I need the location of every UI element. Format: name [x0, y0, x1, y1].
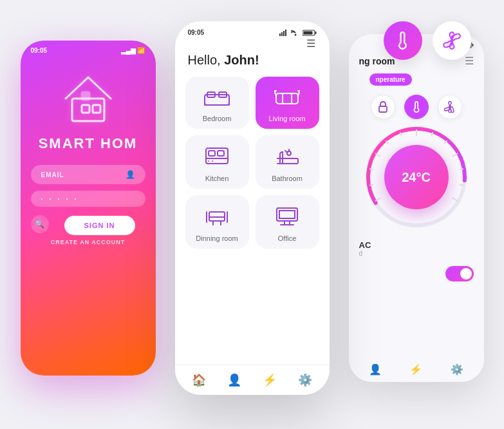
- temp-dial-container: 24°C: [349, 126, 484, 229]
- living-room-label: Living room: [269, 115, 306, 122]
- left-status-bar: 09:05 ▂▄▆ 📶: [21, 41, 156, 57]
- right-lightning-nav[interactable]: ⚡: [409, 363, 422, 376]
- greeting: Hello, John!: [175, 53, 330, 77]
- dinning-room-icon: [203, 205, 231, 229]
- menu-icon[interactable]: ☰: [175, 39, 330, 53]
- ac-label: AC: [359, 240, 474, 250]
- svg-line-50: [375, 198, 380, 201]
- svg-rect-44: [472, 44, 473, 46]
- svg-line-59: [452, 153, 458, 157]
- bedroom-label: Bedroom: [203, 115, 232, 122]
- svg-rect-23: [218, 151, 224, 156]
- fan-float-icon[interactable]: [433, 21, 471, 60]
- svg-point-9: [294, 33, 296, 35]
- room-card-living-room[interactable]: Living room: [256, 77, 319, 129]
- right-bottom-nav: 👤 ⚡ ⚙️: [349, 357, 484, 382]
- living-room-icon: [274, 87, 301, 110]
- phone-right: ng room ☰ nperature: [349, 34, 484, 382]
- svg-rect-12: [303, 31, 312, 34]
- password-dots: • • • • •: [41, 196, 79, 202]
- phone-center: 09:05 ☰ Hello, John!: [175, 21, 330, 395]
- left-signal: ▂▄▆ 📶: [121, 47, 145, 54]
- home-nav-icon[interactable]: 🏠: [192, 373, 206, 387]
- toggle-row: [349, 263, 484, 284]
- svg-rect-7: [283, 31, 285, 36]
- create-account-link[interactable]: CREATE AN ACCOUNT: [21, 239, 156, 245]
- search-icon[interactable]: 🔍: [31, 215, 49, 233]
- left-time: 09:05: [31, 47, 48, 54]
- bedroom-icon: [203, 87, 230, 110]
- temp-badge-container: nperature: [349, 71, 484, 88]
- svg-point-0: [450, 39, 453, 43]
- password-field[interactable]: • • • • •: [31, 191, 145, 207]
- bathroom-label: Bathroom: [272, 175, 303, 182]
- user-icon: 👤: [126, 170, 135, 179]
- kitchen-label: Kitchen: [205, 175, 229, 182]
- right-settings-nav[interactable]: ⚙️: [451, 363, 463, 376]
- center-time: 09:05: [188, 29, 205, 36]
- email-field[interactable]: EMAIL 👤: [31, 165, 145, 184]
- svg-rect-46: [379, 106, 387, 112]
- left-brand: SMART HOM: [21, 135, 156, 152]
- profile-nav-icon[interactable]: 👤: [227, 373, 241, 387]
- svg-rect-2: [82, 105, 89, 113]
- greeting-pre: Hello,: [188, 53, 225, 67]
- right-profile-nav[interactable]: 👤: [369, 363, 382, 376]
- svg-line-51: [369, 185, 373, 186]
- search-row: 🔍 SIGN IN: [21, 213, 156, 235]
- svg-rect-13: [205, 95, 229, 105]
- temp-badge: nperature: [369, 73, 412, 86]
- room-card-dinning-room[interactable]: Dinning room: [185, 195, 249, 249]
- svg-rect-6: [281, 32, 283, 36]
- center-status-bar: 09:05: [175, 21, 330, 39]
- floating-icons: [384, 21, 471, 60]
- center-signal: [279, 30, 317, 36]
- svg-line-53: [375, 153, 380, 157]
- svg-line-62: [452, 198, 458, 201]
- control-icons-row: [349, 95, 484, 119]
- ac-toggle[interactable]: [445, 266, 474, 281]
- temp-value: 24°C: [384, 145, 449, 209]
- office-icon: [274, 205, 300, 229]
- svg-rect-3: [93, 105, 100, 113]
- scene: 09:05 ▂▄▆ 📶 SMART HOM EMAIL 👤 • • • • •: [21, 15, 484, 414]
- ac-section: AC d: [349, 234, 484, 263]
- phone-left: 09:05 ▂▄▆ 📶 SMART HOM EMAIL 👤 • • • • •: [21, 41, 156, 376]
- left-login-area: EMAIL 👤 • • • • •: [21, 152, 156, 207]
- svg-rect-35: [279, 211, 295, 218]
- ac-sub: d: [359, 250, 474, 257]
- settings-nav-icon[interactable]: ⚙️: [298, 373, 312, 387]
- svg-rect-18: [276, 93, 298, 104]
- lightning-nav-icon[interactable]: ⚡: [263, 373, 277, 387]
- svg-line-52: [369, 169, 373, 169]
- temp-dial[interactable]: 24°C: [365, 126, 468, 229]
- office-label: Office: [278, 234, 297, 242]
- svg-line-60: [459, 169, 463, 169]
- greeting-name: John!: [224, 53, 259, 67]
- rooms-grid: Bedroom Living room: [175, 77, 330, 249]
- bathroom-icon: [275, 146, 299, 169]
- room-card-bedroom[interactable]: Bedroom: [185, 77, 249, 129]
- thermometer-float-icon[interactable]: [384, 21, 422, 60]
- dinning-room-label: Dinning room: [196, 234, 238, 242]
- svg-rect-22: [209, 151, 215, 156]
- center-bottom-nav: 🏠 👤 ⚡ ⚙️: [175, 365, 330, 395]
- svg-line-61: [459, 185, 463, 186]
- sign-in-button[interactable]: SIGN IN: [64, 216, 135, 235]
- room-card-office[interactable]: Office: [256, 195, 319, 249]
- svg-point-47: [449, 106, 451, 108]
- thermo-ctrl[interactable]: [404, 95, 429, 119]
- room-card-bathroom[interactable]: Bathroom: [256, 135, 319, 189]
- lock-ctrl[interactable]: [371, 95, 395, 119]
- svg-rect-11: [315, 32, 316, 34]
- email-label: EMAIL: [41, 171, 64, 178]
- svg-rect-5: [279, 33, 281, 36]
- kitchen-icon: [205, 146, 229, 169]
- house-icon: [21, 70, 156, 128]
- fan-ctrl[interactable]: [438, 95, 462, 119]
- svg-rect-4: [82, 92, 89, 100]
- room-card-kitchen[interactable]: Kitchen: [185, 135, 249, 189]
- svg-rect-8: [285, 30, 286, 36]
